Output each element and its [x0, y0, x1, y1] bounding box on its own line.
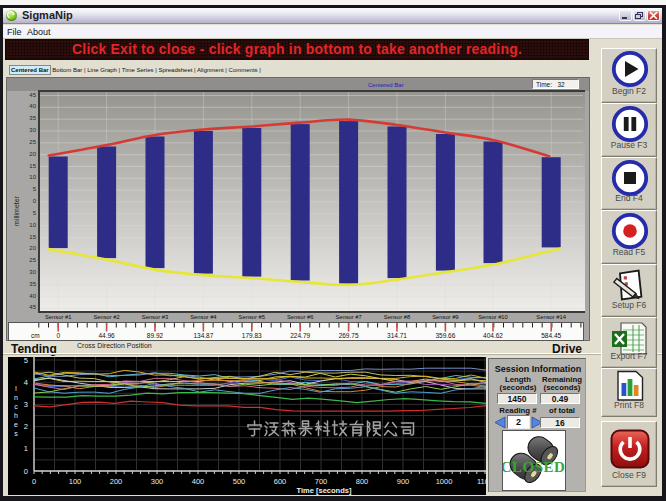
- svg-text:CLOSED: CLOSED: [503, 459, 565, 475]
- svg-text:179.83: 179.83: [242, 332, 262, 339]
- svg-text:n: n: [14, 394, 18, 401]
- svg-text:c: c: [14, 403, 18, 410]
- svg-text:500: 500: [233, 477, 246, 486]
- svg-text:800: 800: [356, 477, 369, 486]
- svg-text:Time [seconds]: Time [seconds]: [297, 486, 352, 495]
- svg-text:0: 0: [56, 332, 60, 339]
- svg-text:404.62: 404.62: [483, 332, 503, 339]
- svg-text:300: 300: [151, 477, 164, 486]
- svg-text:1000: 1000: [436, 477, 453, 486]
- svg-text:0: 0: [24, 467, 28, 476]
- svg-text:134.87: 134.87: [193, 332, 213, 339]
- svg-text:3: 3: [24, 400, 28, 409]
- svg-text:cm: cm: [31, 332, 40, 339]
- svg-text:4: 4: [24, 378, 28, 387]
- svg-text:2: 2: [24, 422, 28, 431]
- svg-text:1: 1: [24, 444, 28, 453]
- svg-text:584.45: 584.45: [541, 332, 561, 339]
- svg-text:5: 5: [24, 356, 28, 365]
- svg-text:100: 100: [69, 477, 82, 486]
- svg-text:44.96: 44.96: [98, 332, 115, 339]
- svg-text:900: 900: [397, 477, 410, 486]
- svg-text:0: 0: [32, 477, 36, 486]
- svg-text:269.75: 269.75: [339, 332, 359, 339]
- svg-text:89.92: 89.92: [147, 332, 164, 339]
- svg-text:e: e: [14, 421, 18, 428]
- svg-text:600: 600: [274, 477, 287, 486]
- svg-text:314.71: 314.71: [387, 332, 407, 339]
- svg-text:400: 400: [192, 477, 205, 486]
- svg-text:224.79: 224.79: [290, 332, 310, 339]
- svg-text:h: h: [14, 412, 18, 419]
- svg-text:I: I: [15, 385, 17, 392]
- svg-text:359.66: 359.66: [435, 332, 455, 339]
- svg-text:s: s: [14, 430, 18, 437]
- svg-text:200: 200: [110, 477, 123, 486]
